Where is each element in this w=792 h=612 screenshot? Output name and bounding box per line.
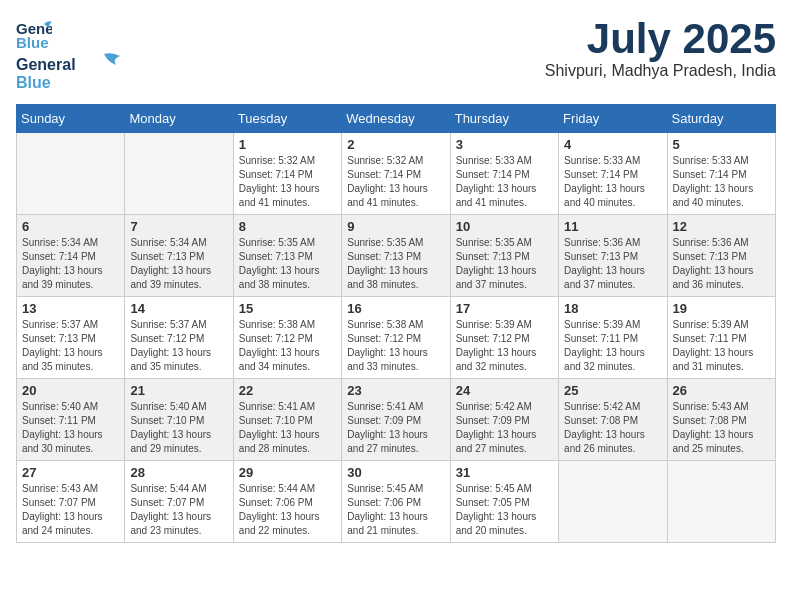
day-info: Sunrise: 5:43 AMSunset: 7:08 PMDaylight:… [673, 400, 770, 456]
calendar-cell: 9Sunrise: 5:35 AMSunset: 7:13 PMDaylight… [342, 215, 450, 297]
calendar-cell: 14Sunrise: 5:37 AMSunset: 7:12 PMDayligh… [125, 297, 233, 379]
svg-text:Blue: Blue [16, 74, 51, 91]
day-info: Sunrise: 5:42 AMSunset: 7:09 PMDaylight:… [456, 400, 553, 456]
calendar-table: SundayMondayTuesdayWednesdayThursdayFrid… [16, 104, 776, 543]
day-info: Sunrise: 5:45 AMSunset: 7:06 PMDaylight:… [347, 482, 444, 538]
day-number: 28 [130, 465, 227, 480]
day-number: 20 [22, 383, 119, 398]
day-number: 18 [564, 301, 661, 316]
day-number: 24 [456, 383, 553, 398]
day-info: Sunrise: 5:38 AMSunset: 7:12 PMDaylight:… [347, 318, 444, 374]
calendar-cell: 7Sunrise: 5:34 AMSunset: 7:13 PMDaylight… [125, 215, 233, 297]
day-info: Sunrise: 5:32 AMSunset: 7:14 PMDaylight:… [239, 154, 336, 210]
svg-text:General: General [16, 56, 76, 73]
calendar-cell: 13Sunrise: 5:37 AMSunset: 7:13 PMDayligh… [17, 297, 125, 379]
day-number: 4 [564, 137, 661, 152]
calendar-cell [667, 461, 775, 543]
day-info: Sunrise: 5:33 AMSunset: 7:14 PMDaylight:… [564, 154, 661, 210]
day-info: Sunrise: 5:39 AMSunset: 7:11 PMDaylight:… [673, 318, 770, 374]
day-info: Sunrise: 5:35 AMSunset: 7:13 PMDaylight:… [239, 236, 336, 292]
page-header: General Blue General Blue July 2025 Shiv… [16, 16, 776, 92]
day-number: 3 [456, 137, 553, 152]
calendar-cell: 11Sunrise: 5:36 AMSunset: 7:13 PMDayligh… [559, 215, 667, 297]
day-info: Sunrise: 5:40 AMSunset: 7:11 PMDaylight:… [22, 400, 119, 456]
calendar-cell: 28Sunrise: 5:44 AMSunset: 7:07 PMDayligh… [125, 461, 233, 543]
day-number: 15 [239, 301, 336, 316]
day-info: Sunrise: 5:39 AMSunset: 7:11 PMDaylight:… [564, 318, 661, 374]
day-number: 23 [347, 383, 444, 398]
calendar-cell: 16Sunrise: 5:38 AMSunset: 7:12 PMDayligh… [342, 297, 450, 379]
calendar-week-row: 6Sunrise: 5:34 AMSunset: 7:14 PMDaylight… [17, 215, 776, 297]
weekday-header-row: SundayMondayTuesdayWednesdayThursdayFrid… [17, 105, 776, 133]
day-number: 13 [22, 301, 119, 316]
day-number: 31 [456, 465, 553, 480]
calendar-cell: 23Sunrise: 5:41 AMSunset: 7:09 PMDayligh… [342, 379, 450, 461]
day-number: 5 [673, 137, 770, 152]
calendar-cell: 25Sunrise: 5:42 AMSunset: 7:08 PMDayligh… [559, 379, 667, 461]
calendar-cell: 15Sunrise: 5:38 AMSunset: 7:12 PMDayligh… [233, 297, 341, 379]
day-info: Sunrise: 5:33 AMSunset: 7:14 PMDaylight:… [673, 154, 770, 210]
weekday-header-tuesday: Tuesday [233, 105, 341, 133]
day-info: Sunrise: 5:35 AMSunset: 7:13 PMDaylight:… [347, 236, 444, 292]
calendar-cell: 2Sunrise: 5:32 AMSunset: 7:14 PMDaylight… [342, 133, 450, 215]
day-info: Sunrise: 5:43 AMSunset: 7:07 PMDaylight:… [22, 482, 119, 538]
day-info: Sunrise: 5:34 AMSunset: 7:14 PMDaylight:… [22, 236, 119, 292]
day-number: 27 [22, 465, 119, 480]
day-number: 26 [673, 383, 770, 398]
calendar-cell: 24Sunrise: 5:42 AMSunset: 7:09 PMDayligh… [450, 379, 558, 461]
day-info: Sunrise: 5:40 AMSunset: 7:10 PMDaylight:… [130, 400, 227, 456]
calendar-cell: 21Sunrise: 5:40 AMSunset: 7:10 PMDayligh… [125, 379, 233, 461]
weekday-header-friday: Friday [559, 105, 667, 133]
day-info: Sunrise: 5:32 AMSunset: 7:14 PMDaylight:… [347, 154, 444, 210]
day-info: Sunrise: 5:36 AMSunset: 7:13 PMDaylight:… [673, 236, 770, 292]
day-number: 19 [673, 301, 770, 316]
day-number: 17 [456, 301, 553, 316]
weekday-header-wednesday: Wednesday [342, 105, 450, 133]
calendar-cell: 29Sunrise: 5:44 AMSunset: 7:06 PMDayligh… [233, 461, 341, 543]
weekday-header-thursday: Thursday [450, 105, 558, 133]
day-info: Sunrise: 5:37 AMSunset: 7:13 PMDaylight:… [22, 318, 119, 374]
day-info: Sunrise: 5:42 AMSunset: 7:08 PMDaylight:… [564, 400, 661, 456]
calendar-cell: 20Sunrise: 5:40 AMSunset: 7:11 PMDayligh… [17, 379, 125, 461]
month-title: July 2025 [545, 16, 776, 62]
calendar-cell: 1Sunrise: 5:32 AMSunset: 7:14 PMDaylight… [233, 133, 341, 215]
calendar-cell: 31Sunrise: 5:45 AMSunset: 7:05 PMDayligh… [450, 461, 558, 543]
day-number: 8 [239, 219, 336, 234]
day-number: 22 [239, 383, 336, 398]
logo-icon: General Blue [16, 16, 52, 52]
weekday-header-monday: Monday [125, 105, 233, 133]
day-number: 16 [347, 301, 444, 316]
day-info: Sunrise: 5:35 AMSunset: 7:13 PMDaylight:… [456, 236, 553, 292]
day-number: 9 [347, 219, 444, 234]
calendar-cell: 3Sunrise: 5:33 AMSunset: 7:14 PMDaylight… [450, 133, 558, 215]
day-number: 25 [564, 383, 661, 398]
calendar-cell: 22Sunrise: 5:41 AMSunset: 7:10 PMDayligh… [233, 379, 341, 461]
day-number: 6 [22, 219, 119, 234]
day-number: 10 [456, 219, 553, 234]
calendar-cell [17, 133, 125, 215]
day-number: 11 [564, 219, 661, 234]
calendar-week-row: 1Sunrise: 5:32 AMSunset: 7:14 PMDaylight… [17, 133, 776, 215]
calendar-cell: 12Sunrise: 5:36 AMSunset: 7:13 PMDayligh… [667, 215, 775, 297]
day-number: 7 [130, 219, 227, 234]
calendar-cell: 17Sunrise: 5:39 AMSunset: 7:12 PMDayligh… [450, 297, 558, 379]
day-number: 21 [130, 383, 227, 398]
day-info: Sunrise: 5:38 AMSunset: 7:12 PMDaylight:… [239, 318, 336, 374]
day-info: Sunrise: 5:41 AMSunset: 7:10 PMDaylight:… [239, 400, 336, 456]
calendar-cell [125, 133, 233, 215]
calendar-cell: 10Sunrise: 5:35 AMSunset: 7:13 PMDayligh… [450, 215, 558, 297]
calendar-cell: 6Sunrise: 5:34 AMSunset: 7:14 PMDaylight… [17, 215, 125, 297]
day-info: Sunrise: 5:41 AMSunset: 7:09 PMDaylight:… [347, 400, 444, 456]
calendar-cell: 30Sunrise: 5:45 AMSunset: 7:06 PMDayligh… [342, 461, 450, 543]
calendar-cell: 5Sunrise: 5:33 AMSunset: 7:14 PMDaylight… [667, 133, 775, 215]
calendar-cell: 18Sunrise: 5:39 AMSunset: 7:11 PMDayligh… [559, 297, 667, 379]
day-number: 14 [130, 301, 227, 316]
day-info: Sunrise: 5:44 AMSunset: 7:06 PMDaylight:… [239, 482, 336, 538]
day-info: Sunrise: 5:44 AMSunset: 7:07 PMDaylight:… [130, 482, 227, 538]
svg-text:Blue: Blue [16, 34, 49, 51]
day-number: 2 [347, 137, 444, 152]
location-title: Shivpuri, Madhya Pradesh, India [545, 62, 776, 80]
day-info: Sunrise: 5:33 AMSunset: 7:14 PMDaylight:… [456, 154, 553, 210]
title-block: July 2025 Shivpuri, Madhya Pradesh, Indi… [545, 16, 776, 80]
calendar-week-row: 13Sunrise: 5:37 AMSunset: 7:13 PMDayligh… [17, 297, 776, 379]
